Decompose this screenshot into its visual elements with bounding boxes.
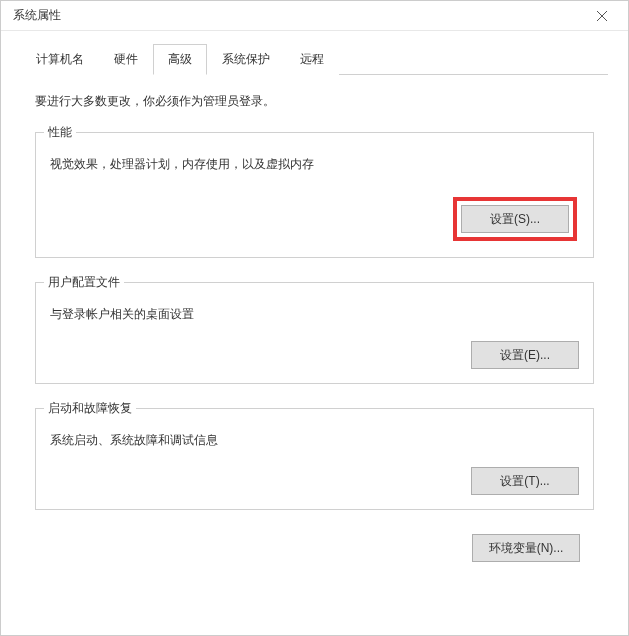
performance-settings-button[interactable]: 设置(S)... xyxy=(461,205,569,233)
userprofile-desc: 与登录帐户相关的桌面设置 xyxy=(50,305,579,323)
system-properties-window: 系统属性 计算机名 硬件 高级 系统保护 远程 要进行大多数更改，你必须作为管理… xyxy=(0,0,629,636)
tab-body-advanced: 要进行大多数更改，你必须作为管理员登录。 性能 视觉效果，处理器计划，内存使用，… xyxy=(21,75,608,562)
startup-title: 启动和故障恢复 xyxy=(44,400,136,417)
tab-remote[interactable]: 远程 xyxy=(285,44,339,75)
startup-desc: 系统启动、系统故障和调试信息 xyxy=(50,431,579,449)
performance-button-row: 设置(S)... xyxy=(50,191,579,243)
userprofile-title: 用户配置文件 xyxy=(44,274,124,291)
performance-desc: 视觉效果，处理器计划，内存使用，以及虚拟内存 xyxy=(50,155,579,173)
tab-advanced[interactable]: 高级 xyxy=(153,44,207,75)
admin-notice: 要进行大多数更改，你必须作为管理员登录。 xyxy=(35,93,594,110)
startup-settings-button[interactable]: 设置(T)... xyxy=(471,467,579,495)
performance-title: 性能 xyxy=(44,124,76,141)
userprofile-settings-button[interactable]: 设置(E)... xyxy=(471,341,579,369)
userprofile-button-row: 设置(E)... xyxy=(50,341,579,369)
content-area: 计算机名 硬件 高级 系统保护 远程 要进行大多数更改，你必须作为管理员登录。 … xyxy=(1,31,628,572)
environment-variables-button[interactable]: 环境变量(N)... xyxy=(472,534,580,562)
tabs-bar: 计算机名 硬件 高级 系统保护 远程 xyxy=(21,43,608,75)
tab-hardware[interactable]: 硬件 xyxy=(99,44,153,75)
performance-group: 性能 视觉效果，处理器计划，内存使用，以及虚拟内存 设置(S)... xyxy=(35,132,594,258)
tab-system-protection[interactable]: 系统保护 xyxy=(207,44,285,75)
env-button-row: 环境变量(N)... xyxy=(35,534,594,562)
window-title: 系统属性 xyxy=(13,7,61,24)
userprofile-group: 用户配置文件 与登录帐户相关的桌面设置 设置(E)... xyxy=(35,282,594,384)
startup-button-row: 设置(T)... xyxy=(50,467,579,495)
startup-group: 启动和故障恢复 系统启动、系统故障和调试信息 设置(T)... xyxy=(35,408,594,510)
close-button[interactable] xyxy=(584,2,620,30)
titlebar: 系统属性 xyxy=(1,1,628,31)
close-icon xyxy=(596,10,608,22)
tab-computer-name[interactable]: 计算机名 xyxy=(21,44,99,75)
